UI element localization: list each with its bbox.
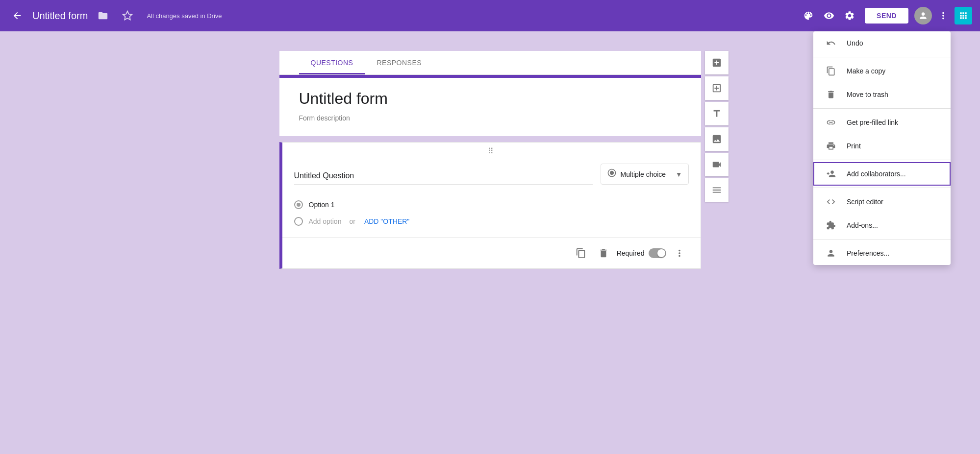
google-apps-button[interactable]: [955, 7, 972, 24]
menu-item-add-ons[interactable]: Add-ons...: [813, 214, 951, 237]
star-icon-button[interactable]: [118, 6, 137, 25]
form-title: Untitled form: [32, 10, 88, 22]
sidebar-add-image[interactable]: [705, 127, 729, 151]
add-option-row: Add option or ADD "OTHER": [294, 213, 689, 230]
option-1-text: Option 1: [309, 201, 335, 209]
menu-item-make-copy[interactable]: Make a copy: [813, 59, 951, 83]
required-toggle[interactable]: [649, 248, 666, 258]
svg-marker-0: [123, 11, 132, 20]
menu-label-print: Print: [847, 142, 861, 150]
toggle-knob: [657, 249, 665, 257]
send-button[interactable]: SEND: [865, 8, 908, 24]
puzzle-icon: [825, 220, 837, 230]
header-left: Untitled form All changes saved in Drive: [8, 6, 799, 25]
menu-item-print[interactable]: Print: [813, 134, 951, 158]
menu-label-add-collaborators: Add collaborators...: [847, 170, 906, 178]
divider-1: [813, 57, 951, 57]
undo-icon: [825, 38, 837, 48]
menu-item-pre-filled-link[interactable]: Get pre-filled link: [813, 111, 951, 134]
menu-item-add-collaborators[interactable]: Add collaborators...: [813, 162, 951, 186]
sidebar-import-questions[interactable]: [705, 76, 729, 100]
question-type-label: Multiple choice: [621, 170, 672, 178]
add-person-icon: [825, 169, 837, 179]
drag-handle: ⠿: [282, 143, 701, 160]
form-card-title: Untitled form: [299, 90, 681, 108]
back-button[interactable]: [8, 6, 26, 25]
save-status: All changes saved in Drive: [147, 12, 222, 20]
menu-item-preferences[interactable]: Preferences...: [813, 241, 951, 265]
settings-button[interactable]: [840, 6, 859, 25]
radio-type-icon: [607, 168, 617, 180]
add-radio-circle: [294, 217, 303, 226]
menu-label-make-copy: Make a copy: [847, 67, 885, 75]
menu-label-undo: Undo: [847, 39, 863, 47]
menu-label-script-editor: Script editor: [847, 198, 883, 206]
menu-label-move-to-trash: Move to trash: [847, 91, 888, 98]
add-option-text[interactable]: Add option: [309, 217, 342, 225]
divider-2: [813, 108, 951, 109]
tabs-bar: QUESTIONS RESPONSES: [279, 51, 701, 75]
radio-inner: [297, 203, 301, 207]
menu-item-undo[interactable]: Undo: [813, 31, 951, 55]
header-right: SEND: [799, 6, 972, 25]
menu-label-pre-filled-link: Get pre-filled link: [847, 119, 898, 126]
sidebar-add-section[interactable]: [705, 178, 729, 202]
copy-icon: [825, 66, 837, 76]
delete-question-button[interactable]: [594, 244, 613, 263]
palette-button[interactable]: [799, 6, 818, 25]
question-type-selector[interactable]: Multiple choice ▼: [601, 164, 689, 185]
question-text-input[interactable]: [294, 167, 593, 185]
svg-point-1: [610, 172, 613, 174]
question-row: Multiple choice ▼: [294, 164, 689, 185]
required-label: Required: [617, 249, 645, 257]
divider-4: [813, 188, 951, 188]
form-description-input[interactable]: [299, 114, 681, 122]
more-vert-button[interactable]: [934, 6, 953, 25]
right-sidebar: [705, 51, 729, 202]
radio-button-1: [294, 200, 303, 209]
folder-icon-button[interactable]: [94, 6, 112, 25]
form-header-card: Untitled form: [279, 75, 701, 136]
menu-item-script-editor[interactable]: Script editor: [813, 190, 951, 214]
divider-5: [813, 239, 951, 239]
link-icon: [825, 118, 837, 127]
dropdown-menu: Undo Make a copy Move to trash Get pre-f…: [813, 31, 951, 265]
app-header: Untitled form All changes saved in Drive…: [0, 0, 980, 31]
question-footer: Required: [282, 238, 701, 268]
question-card: ⠿ Multiple choice ▼: [279, 142, 701, 269]
tab-responses[interactable]: RESPONSES: [365, 51, 433, 74]
person-settings-icon: [825, 248, 837, 258]
duplicate-question-button[interactable]: [572, 244, 590, 263]
trash-icon: [825, 90, 837, 99]
add-other-button[interactable]: ADD "OTHER": [364, 217, 409, 225]
preview-button[interactable]: [820, 6, 838, 25]
print-icon: [825, 141, 837, 151]
add-option-or: or: [349, 217, 355, 225]
divider-3: [813, 160, 951, 160]
menu-label-preferences: Preferences...: [847, 249, 889, 257]
user-avatar-button[interactable]: [914, 7, 932, 24]
sidebar-add-video[interactable]: [705, 153, 729, 176]
tab-questions[interactable]: QUESTIONS: [299, 51, 365, 74]
question-more-options-button[interactable]: [670, 244, 689, 263]
question-body: Multiple choice ▼ Option 1 Add option or: [282, 160, 701, 238]
menu-item-move-to-trash[interactable]: Move to trash: [813, 83, 951, 106]
menu-label-add-ons: Add-ons...: [847, 221, 878, 229]
code-icon: [825, 197, 837, 207]
form-card-wrapper: QUESTIONS RESPONSES Untitled form ⠿ Mult…: [279, 51, 701, 454]
option-row-1: Option 1: [294, 196, 689, 213]
sidebar-add-question[interactable]: [705, 51, 729, 74]
dropdown-arrow-icon: ▼: [676, 170, 682, 178]
sidebar-add-title[interactable]: [705, 102, 729, 125]
